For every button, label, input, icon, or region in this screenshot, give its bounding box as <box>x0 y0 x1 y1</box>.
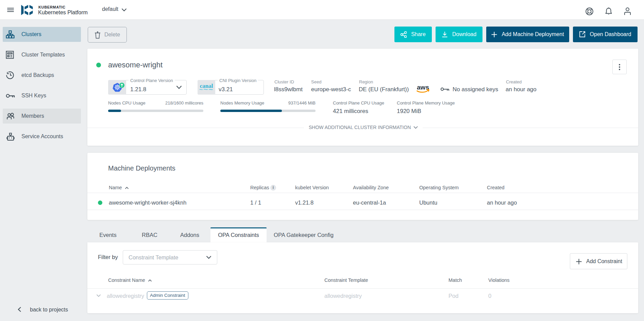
svg-text:canal: canal <box>200 83 213 89</box>
